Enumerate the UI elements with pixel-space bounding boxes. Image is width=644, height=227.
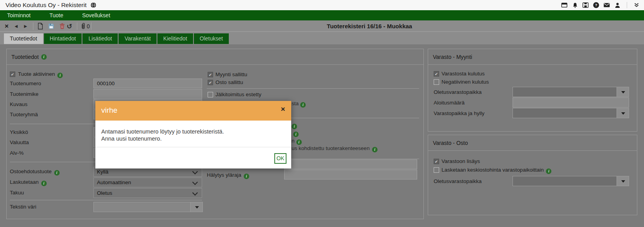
oletusvarastopaikka-myynti-label: Oletusvarastopaikka (434, 89, 482, 96)
info-icon[interactable]: i (57, 73, 63, 78)
tab-hintatiedot[interactable]: Hintatiedot (44, 33, 82, 44)
halytys-ylaraja-label: Hälytys ylärajai (207, 172, 249, 179)
error-dialog-title: virhe (101, 106, 117, 115)
info-icon[interactable]: i (244, 174, 249, 179)
oletusvarastopaikka-osto-combobox[interactable] (513, 176, 629, 186)
info-icon[interactable]: i (546, 168, 551, 174)
partially-visible-input[interactable] (284, 159, 417, 169)
info-icon[interactable]: i (296, 139, 302, 145)
info-icon[interactable]: i (54, 170, 60, 176)
notifications-bell-icon[interactable] (571, 2, 578, 9)
tab-varakentat[interactable]: Varakentät (119, 33, 157, 44)
info-icon[interactable]: i (41, 181, 47, 186)
dropdown-button[interactable] (617, 87, 629, 97)
keskiostohinta-checkbox[interactable] (434, 167, 439, 173)
toolbar-separator (77, 22, 77, 30)
dialog-footer-divider (95, 147, 291, 147)
takuu-label: Takuu (10, 189, 24, 196)
halytys-ylaraja-input[interactable] (284, 170, 417, 179)
myynti-sallittu-checkbox[interactable]: ✔ (208, 72, 213, 77)
varastopaikka-ja-hylly-label: Varastopaikka ja hylly (434, 110, 485, 117)
myynti-sallittu-label: Myynti sallittu (215, 71, 247, 78)
error-message-line1: Antamasi tuotenumero löytyy jo tuotereki… (101, 128, 224, 135)
window-icon[interactable] (561, 2, 568, 9)
valuutta-label: Valuutta (10, 139, 29, 146)
backup-save-icon[interactable] (582, 2, 589, 9)
ok-button[interactable]: OK (274, 153, 286, 164)
menu-toiminnot[interactable]: Toiminnot (7, 12, 40, 18)
obscured-row-fragment: i (292, 122, 297, 129)
close-icon[interactable]: × (279, 105, 287, 114)
yksikko-label: Yksikkö (10, 129, 28, 136)
tekstin-vari-label: Tekstin väri (10, 203, 36, 211)
save-icon[interactable] (46, 20, 56, 32)
varastopaikka-ja-hylly-combobox[interactable] (513, 108, 629, 118)
osto-sallittu-label: Osto sallittu (215, 79, 243, 86)
new-record-icon[interactable] (35, 20, 45, 32)
chevron-down-icon (192, 169, 198, 174)
info-icon[interactable]: i (300, 102, 306, 108)
info-icon[interactable]: i (372, 147, 378, 152)
topbar-icon-group: ? (561, 0, 640, 10)
negatiivinen-kulutus-checkbox[interactable] (434, 79, 439, 85)
varastoon-lisays-checkbox[interactable]: ✔ (434, 159, 439, 164)
tab-kielitiedot[interactable]: Kielitiedot (157, 33, 193, 44)
tuotenumero-label: Tuotenumero (10, 80, 41, 87)
tab-bar: Tuotetiedot Hintatiedot Lisätiedot Varak… (4, 33, 230, 44)
info-icon[interactable]: i (41, 54, 47, 60)
tuotenimike-label: Tuotenimike (10, 91, 38, 98)
caret-down-icon (621, 180, 625, 183)
oletusvarastopaikka-osto-label: Oletusvarastopaikka (434, 178, 482, 185)
tab-lisatiedot[interactable]: Lisätiedot (82, 33, 118, 44)
aloitusmaara-input[interactable] (513, 97, 629, 108)
section-divider (207, 88, 419, 89)
product-panel-header: Tuotetiedot i (7, 49, 423, 65)
varastosta-kulutus-checkbox[interactable]: ✔ (434, 71, 439, 77)
next-record-button[interactable]: ▶ (22, 20, 29, 32)
tuotenumero-input[interactable] (93, 79, 202, 88)
help-icon[interactable]: ? (593, 2, 600, 9)
tab-oletukset[interactable]: Oletukset (194, 33, 229, 44)
user-icon[interactable] (614, 2, 621, 9)
tekstin-vari-combobox[interactable] (93, 202, 203, 212)
warehouse-sales-header: Varasto - Myynti (428, 49, 637, 65)
info-icon[interactable]: i (292, 124, 297, 129)
collapse-chevrons-icon[interactable] (633, 2, 640, 9)
tuote-aktiivinen-checkbox[interactable]: ✔ (10, 71, 15, 77)
tab-tuotetiedot[interactable]: Tuotetiedot (4, 33, 43, 44)
dropdown-button[interactable] (190, 202, 203, 212)
mail-icon[interactable] (603, 2, 610, 9)
toolbar-separator (33, 22, 33, 30)
laskutetaan-select[interactable]: Automaattinen (93, 178, 202, 187)
toolbar-separator (91, 22, 91, 30)
error-message: Antamasi tuotenumero löytyy jo tuotereki… (101, 128, 224, 142)
chevron-down-icon (192, 179, 198, 185)
dropdown-button[interactable] (617, 108, 629, 118)
info-icon[interactable]: i (293, 132, 299, 137)
close-record-button[interactable]: × (2, 20, 11, 32)
error-dialog: virhe × Antamasi tuotenumero löytyy jo t… (95, 101, 291, 168)
takuu-select[interactable]: Oletus (93, 188, 202, 198)
undo-icon[interactable]: ↺ (65, 20, 74, 32)
product-panel-title: Tuotetiedot (11, 54, 39, 60)
osto-sallittu-checkbox[interactable]: ✔ (208, 80, 213, 85)
menu-sovellukset[interactable]: Sovellukset (82, 12, 120, 18)
varastoon-lisays-label: Varastoon lisäys (441, 158, 480, 165)
previous-record-button[interactable]: ◀ (13, 20, 20, 32)
kuvaus-label: Kuvaus (10, 101, 27, 108)
caret-down-icon (621, 112, 625, 115)
menu-bar: Toiminnot Tuote Sovellukset (0, 10, 644, 20)
menu-tuote[interactable]: Tuote (49, 12, 73, 18)
jalkitoimitus-estetty-checkbox[interactable] (208, 92, 213, 97)
caret-down-icon (621, 91, 625, 93)
laskutetaan-label: Laskutetaani (10, 179, 47, 186)
warehouse-purchase-header: Varasto - Osto (428, 135, 637, 151)
aloitusmaara-label: Aloitusmäärä (434, 99, 465, 106)
obscured-row-fragment: us kohdistettu tuoterakenteeseeni (292, 145, 378, 152)
obscured-row-fragment: ni (292, 138, 302, 145)
tuotenimike-input[interactable] (93, 89, 202, 99)
topbar-separator (627, 2, 627, 8)
oletusvarastopaikka-myynti-combobox[interactable] (513, 87, 629, 97)
keskiostohinta-label: Lasketaan keskiostohinta varastopaikoitt… (441, 167, 551, 174)
dropdown-button[interactable] (617, 176, 629, 186)
